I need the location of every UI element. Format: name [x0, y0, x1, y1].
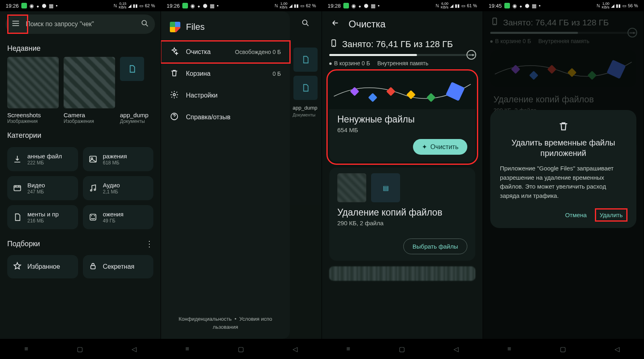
lock-icon	[89, 261, 97, 272]
location-icon: ⬥	[36, 3, 39, 9]
status-icon: •	[56, 3, 58, 9]
recent-heading: Недавние	[0, 37, 161, 57]
drawer-item-clean[interactable]: Очистка Освобождено 0 Б	[161, 41, 290, 63]
nav-recent-icon[interactable]: ≡	[185, 345, 189, 353]
recent-label: Screenshots	[7, 112, 59, 118]
screenshot-2: 19:26◉⬥⬢▦• ℕ1,00KB/s◢▮▮▭62 % app_dump До…	[161, 0, 322, 359]
recent-row[interactable]: Screenshots Изображения Camera Изображен…	[0, 57, 161, 124]
delete-button[interactable]: Удалить	[596, 209, 627, 221]
nav-home-icon[interactable]: ▢	[77, 345, 83, 353]
recent-sub: Изображения	[64, 118, 115, 124]
recent-item[interactable]: Camera Изображения	[64, 57, 115, 124]
nav-back-icon[interactable]: ◁	[132, 345, 136, 353]
arrow-right-icon[interactable]: →	[466, 50, 476, 60]
search-icon[interactable]	[140, 19, 149, 29]
delete-temp-files-dialog: Удалить временные файлы приложений Прило…	[490, 110, 636, 228]
status-time: 19:45	[489, 3, 502, 9]
privacy-link[interactable]: Конфиденциальность	[179, 316, 232, 322]
svg-point-0	[142, 21, 147, 25]
svg-point-4	[90, 190, 92, 191]
select-files-button[interactable]: Выбрать файлы	[403, 239, 467, 254]
nav-back-icon[interactable]: ◁	[454, 345, 458, 353]
dimmed-background: app_dump Документы	[289, 11, 322, 339]
category-video[interactable]: Видео247 МБ	[7, 176, 78, 200]
svg-rect-9	[91, 266, 95, 269]
battery-pct: 62 %	[306, 3, 316, 8]
app-icon	[21, 3, 27, 8]
nav-home-icon[interactable]: ▢	[399, 345, 405, 353]
junk-title: Ненужные файлы	[337, 114, 467, 125]
categories-heading: Категории	[0, 124, 161, 144]
download-icon	[13, 155, 22, 164]
category-images[interactable]: ражения618 МБ	[83, 147, 154, 171]
junk-files-card[interactable]: Ненужные файлы 654 МБ ✦ Очистить	[329, 72, 475, 162]
svg-point-11	[173, 93, 175, 96]
android-navbar: ≡ ▢ ◁	[0, 339, 161, 359]
doc-icon	[13, 213, 22, 222]
phone-icon	[329, 39, 338, 50]
category-downloads[interactable]: анные файл222 МБ	[7, 147, 78, 171]
back-arrow-icon[interactable]	[331, 19, 340, 30]
drawer-item-trash[interactable]: Корзина 0 Б	[161, 63, 290, 85]
duplicates-card[interactable]: ▤ Удаление копий файлов 290 КБ, 2 файла …	[329, 168, 475, 261]
nav-home-icon[interactable]: ▢	[560, 345, 566, 353]
clean-button[interactable]: ✦ Очистить	[413, 139, 467, 155]
nav-back-icon[interactable]: ◁	[615, 345, 619, 353]
trash-icon	[170, 68, 179, 79]
apps-icon	[89, 213, 97, 222]
nav-recent-icon[interactable]: ≡	[346, 345, 350, 353]
drawer-item-help[interactable]: Справка/отзыв	[161, 106, 290, 128]
page-title: Очистка	[349, 19, 386, 30]
gear-icon	[170, 90, 179, 101]
storage-summary[interactable]: Занято: 76,41 ГБ из 128 ГБ → В корзине 0…	[329, 39, 475, 66]
battery-pct: 62 %	[145, 3, 155, 8]
search-bar[interactable]: Поиск по запросу "чек"	[6, 15, 155, 34]
category-documents[interactable]: менты и пр216 МБ	[7, 205, 78, 229]
categories-grid: анные файл222 МБ ражения618 МБ Видео247 …	[0, 144, 161, 232]
collections-heading: Подборки	[7, 240, 40, 248]
svg-point-10	[303, 20, 307, 25]
nav-back-icon[interactable]: ◁	[293, 345, 297, 353]
wifi-icon: ◢	[128, 3, 131, 8]
star-icon	[13, 261, 22, 272]
audio-icon	[89, 184, 97, 193]
status-time: 19:26	[6, 3, 19, 9]
nav-home-icon[interactable]: ▢	[238, 345, 244, 353]
collection-secret[interactable]: Секретная	[83, 255, 154, 278]
screenshot-1: 19:26 ◉ ⬥ ⬢ ▦ • ℕ 0,15KB/s ◢ ▮▮ ▭ 62 % П…	[0, 0, 161, 359]
category-audio[interactable]: Аудио2,1 МБ	[83, 176, 154, 200]
status-bar: 19:26◉⬥⬢▦• ℕ1,00KB/s◢▮▮▭62 %	[161, 0, 322, 11]
sparkle-icon: ✦	[422, 143, 427, 151]
nav-recent-icon[interactable]: ≡	[507, 345, 511, 353]
screenshot-3: 19:28◉⬥⬢▦• ℕ6,00KB/s◢▮▮▭61 % Очистка Зан…	[322, 0, 483, 359]
recent-label: Camera	[64, 112, 115, 118]
status-time: 19:26	[167, 3, 180, 9]
card-peek	[329, 266, 475, 281]
nfc-icon: ℕ	[114, 3, 117, 8]
collection-favorites[interactable]: Избранное	[7, 255, 78, 278]
recent-label: app_dump	[120, 112, 152, 118]
battery-icon: ▭	[139, 3, 143, 8]
category-apps[interactable]: ожения49 ГБ	[83, 205, 154, 229]
reddit-icon: ◉	[29, 3, 34, 9]
trash-icon	[500, 120, 627, 133]
svg-rect-8	[90, 214, 96, 220]
more-icon[interactable]: ⋮	[145, 239, 153, 249]
confetti-illustration	[329, 72, 475, 109]
recent-item[interactable]: Screenshots Изображения	[7, 57, 59, 124]
svg-point-6	[91, 215, 92, 216]
nav-recent-icon[interactable]: ≡	[24, 345, 28, 353]
help-icon	[170, 112, 179, 122]
hamburger-icon[interactable]	[11, 19, 20, 29]
status-bar: 19:28◉⬥⬢▦• ℕ6,00KB/s◢▮▮▭61 %	[322, 0, 483, 11]
drawer-item-settings[interactable]: Настройки	[161, 85, 290, 106]
clean-header: Очистка	[322, 11, 483, 37]
cancel-button[interactable]: Отмена	[565, 212, 587, 218]
sparkle-icon	[170, 47, 179, 57]
duplicates-title: Удаление копий файлов	[337, 207, 467, 218]
recent-item[interactable]: app_dump Документы	[120, 57, 152, 124]
android-navbar: ≡ ▢ ◁	[161, 339, 322, 359]
dialog-title: Удалить временные файлы приложений	[500, 137, 627, 158]
android-navbar: ≡ ▢ ◁	[322, 339, 483, 359]
drawer-footer: Конфиденциальность • Условия испо льзова…	[161, 311, 290, 335]
